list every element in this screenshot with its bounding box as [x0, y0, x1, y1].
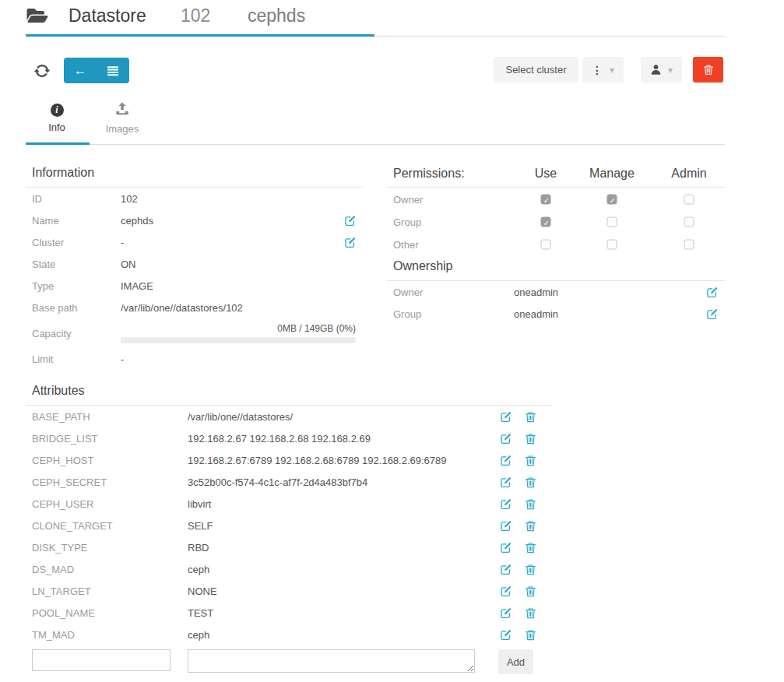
checkbox-other-manage[interactable] [607, 239, 617, 249]
info-row-state: State ON [26, 253, 363, 275]
permission-row-other: Other [387, 233, 725, 255]
attribute-value: ceph [188, 564, 500, 575]
ownership-row-owner: Owner oneadmin [387, 281, 725, 303]
attribute-name: BASE_PATH [32, 411, 188, 423]
back-list-button-group: ← [64, 58, 129, 83]
new-attribute-form: Add [26, 649, 553, 682]
information-heading: Information [26, 165, 363, 188]
row-value: - [121, 237, 344, 248]
edit-icon[interactable] [344, 215, 356, 227]
info-row-id: ID 102 [26, 188, 363, 209]
row-label: ID [32, 193, 121, 205]
edit-icon[interactable] [500, 455, 512, 466]
row-value: ON [121, 258, 356, 270]
tab-info[interactable]: i Info [37, 102, 76, 133]
trash-icon[interactable] [525, 585, 536, 597]
folder-open-icon [26, 6, 49, 25]
trash-icon[interactable] [525, 607, 536, 619]
edit-icon[interactable] [500, 585, 512, 597]
attribute-value: TEST [188, 607, 500, 619]
checkbox-other-use[interactable] [541, 239, 551, 249]
attribute-value: RBD [188, 542, 500, 554]
trash-icon[interactable] [525, 564, 536, 575]
attribute-name: DS_MAD [32, 564, 188, 575]
caret-down-icon: ▾ [610, 65, 614, 75]
info-row-name: Name cephds [26, 209, 363, 231]
trash-icon[interactable] [525, 629, 536, 641]
tab-info-label: Info [37, 121, 76, 133]
attribute-name: TM_MAD [32, 629, 188, 641]
active-tab-underline [26, 142, 90, 145]
row-label: Limit [32, 353, 121, 365]
tabs-divider [26, 144, 725, 145]
row-label: Cluster [32, 237, 121, 248]
trash-icon[interactable] [525, 542, 536, 554]
capacity-progress-bar [121, 337, 356, 343]
info-row-basepath: Base path /var/lib/one//datastores/102 [26, 297, 363, 318]
row-label: Type [32, 280, 121, 292]
edit-icon[interactable] [500, 520, 512, 532]
new-attribute-value-input[interactable] [188, 649, 475, 673]
info-row-cluster: Cluster - [26, 231, 363, 253]
add-attribute-button[interactable]: Add [498, 649, 533, 674]
attribute-row: TM_MAD ceph [26, 624, 553, 645]
edit-icon[interactable] [706, 308, 718, 320]
trash-icon[interactable] [525, 411, 536, 423]
checkbox-owner-admin[interactable] [684, 194, 694, 204]
checkbox-group-manage[interactable] [607, 216, 617, 227]
checkbox-owner-use[interactable] [541, 194, 551, 204]
edit-icon[interactable] [500, 411, 512, 423]
row-label: Capacity [32, 328, 121, 339]
trash-icon[interactable] [525, 476, 536, 488]
column-admin: Admin [671, 165, 706, 182]
edit-icon[interactable] [500, 498, 512, 510]
attribute-name: CLONE_TARGET [32, 520, 188, 532]
title-divider [374, 36, 725, 37]
edit-icon[interactable] [500, 542, 512, 554]
checkbox-other-admin[interactable] [684, 239, 694, 249]
list-button[interactable] [97, 58, 129, 83]
trash-icon[interactable] [525, 520, 536, 532]
ownership-row-group: Group oneadmin [387, 303, 725, 325]
trash-icon[interactable] [525, 498, 536, 510]
attributes-heading: Attributes [26, 380, 553, 406]
attribute-row: POOL_NAME TEST [26, 602, 553, 624]
checkbox-owner-manage[interactable] [607, 194, 617, 204]
row-value: - [121, 353, 356, 365]
new-attribute-name-input[interactable] [32, 649, 171, 671]
tab-images[interactable]: Images [97, 102, 148, 135]
select-cluster-button[interactable]: Select cluster [494, 57, 578, 83]
attribute-value: 192.168.2.67:6789 192.168.2.68:6789 192.… [188, 455, 500, 466]
info-row-type: Type IMAGE [26, 275, 363, 297]
checkbox-group-admin[interactable] [684, 216, 694, 227]
back-button[interactable]: ← [64, 58, 97, 83]
more-actions-dropdown[interactable]: ⋮ ▾ [582, 57, 624, 83]
attribute-value: /var/lib/one//datastores/ [188, 411, 500, 423]
delete-button[interactable] [693, 57, 723, 83]
edit-icon[interactable] [500, 629, 512, 641]
edit-icon[interactable] [500, 433, 512, 445]
row-label: Name [32, 215, 121, 227]
upload-icon [115, 102, 129, 115]
row-label: Group [393, 216, 421, 227]
edit-icon[interactable] [500, 476, 512, 488]
row-label: Base path [32, 302, 121, 314]
attribute-value: NONE [188, 585, 500, 597]
ownership-dropdown[interactable]: ▾ [641, 57, 682, 83]
trash-icon[interactable] [525, 433, 536, 445]
edit-icon[interactable] [344, 237, 356, 248]
checkbox-group-use[interactable] [541, 216, 551, 227]
user-icon [650, 64, 662, 76]
trash-icon[interactable] [525, 455, 536, 466]
refresh-button[interactable] [33, 62, 51, 79]
permission-row-owner: Owner [387, 188, 725, 210]
edit-icon[interactable] [706, 287, 718, 298]
info-row-limit: Limit - [26, 348, 363, 370]
capacity-usage-text: 0MB / 149GB (0%) [121, 323, 356, 334]
caret-down-icon: ▾ [668, 65, 673, 75]
edit-icon[interactable] [500, 607, 512, 619]
attribute-row: BASE_PATH /var/lib/one//datastores/ [26, 406, 553, 427]
row-value: IMAGE [121, 280, 356, 292]
edit-icon[interactable] [500, 564, 512, 575]
datastore-detail-page: Datastore 102 cephds ← Select cluster ⋮ … [0, 0, 784, 682]
